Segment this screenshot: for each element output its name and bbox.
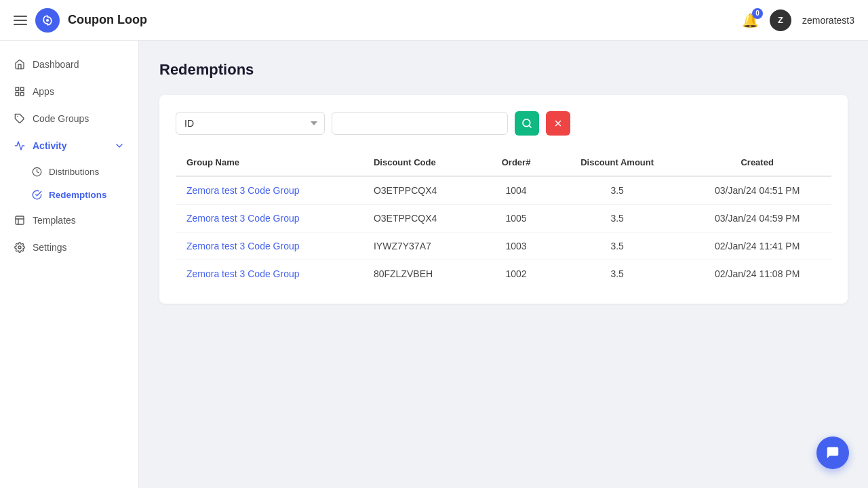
layout: Dashboard Apps Code Groups <box>0 41 868 488</box>
header-right: 🔔 0 Z zemoratest3 <box>742 9 854 31</box>
col-discount-code: Discount Code <box>363 149 481 176</box>
home-icon <box>14 58 26 70</box>
sidebar-item-apps[interactable]: Apps <box>0 79 138 104</box>
svg-rect-7 <box>16 216 24 224</box>
redemptions-card: ID Group Name Discount Code Order# <box>159 95 848 304</box>
tag-icon <box>14 113 26 125</box>
cell-group-name[interactable]: Zemora test 3 Code Group <box>176 176 363 205</box>
cell-created: 03/Jan/24 04:59 PM <box>683 205 831 232</box>
col-order-num: Order# <box>481 149 551 176</box>
header-left: Coupon Loop <box>14 8 742 33</box>
clear-button[interactable] <box>546 111 570 136</box>
table-row: Zemora test 3 Code Group O3ETPPCQX4 1004… <box>176 176 831 205</box>
search-icon <box>521 118 532 129</box>
activity-subnav: Distributions Redemptions <box>0 160 138 206</box>
page-title: Redemptions <box>159 61 848 79</box>
chevron-down-icon <box>114 140 125 151</box>
svg-line-12 <box>529 125 531 127</box>
cell-order-num: 1003 <box>481 232 551 260</box>
app-logo <box>35 8 60 33</box>
search-input[interactable] <box>332 112 508 135</box>
cell-discount-code: 80FZLZVBEH <box>363 260 481 288</box>
app-header: Coupon Loop 🔔 0 Z zemoratest3 <box>0 0 868 41</box>
col-group-name: Group Name <box>176 149 363 176</box>
table-header-row: Group Name Discount Code Order# Discount… <box>176 149 831 176</box>
redemptions-table: Group Name Discount Code Order# Discount… <box>176 149 831 287</box>
table-row: Zemora test 3 Code Group IYWZ7Y37A7 1003… <box>176 232 831 260</box>
cell-discount-code: O3ETPPCQX4 <box>363 176 481 205</box>
sidebar-label-code-groups: Code Groups <box>33 113 89 124</box>
sidebar-item-code-groups[interactable]: Code Groups <box>0 106 138 131</box>
sidebar-label-distributions: Distributions <box>49 167 99 177</box>
check-circle-icon <box>31 189 42 200</box>
sidebar-item-dashboard[interactable]: Dashboard <box>0 52 138 77</box>
table-row: Zemora test 3 Code Group O3ETPPCQX4 1005… <box>176 205 831 232</box>
cell-order-num: 1005 <box>481 205 551 232</box>
main-content: Redemptions ID Group Name Discount Code … <box>139 41 868 488</box>
filter-bar: ID Group Name Discount Code Order# <box>176 111 831 136</box>
cell-discount-amount: 3.5 <box>551 176 683 205</box>
sidebar-item-settings[interactable]: Settings <box>0 235 138 260</box>
sidebar-item-distributions[interactable]: Distributions <box>0 160 138 183</box>
cell-order-num: 1002 <box>481 260 551 288</box>
svg-rect-1 <box>16 87 19 91</box>
cell-created: 03/Jan/24 04:51 PM <box>683 176 831 205</box>
chat-icon <box>825 445 840 460</box>
cell-discount-code: O3ETPPCQX4 <box>363 205 481 232</box>
table-row: Zemora test 3 Code Group 80FZLZVBEH 1002… <box>176 260 831 288</box>
username: zemoratest3 <box>802 15 854 26</box>
sidebar-label-settings: Settings <box>33 242 67 253</box>
chat-button[interactable] <box>816 436 849 469</box>
table-body: Zemora test 3 Code Group O3ETPPCQX4 1004… <box>176 176 831 287</box>
svg-rect-4 <box>20 92 24 96</box>
col-created: Created <box>683 149 831 176</box>
cell-discount-amount: 3.5 <box>551 260 683 288</box>
menu-toggle[interactable] <box>14 16 27 25</box>
filter-select[interactable]: ID Group Name Discount Code Order# <box>176 112 325 135</box>
cell-group-name[interactable]: Zemora test 3 Code Group <box>176 260 363 288</box>
sidebar-item-templates[interactable]: Templates <box>0 207 138 233</box>
col-discount-amount: Discount Amount <box>551 149 683 176</box>
sidebar-label-dashboard: Dashboard <box>33 59 79 70</box>
close-icon <box>553 119 563 128</box>
sidebar-item-redemptions[interactable]: Redemptions <box>0 183 138 206</box>
cell-created: 02/Jan/24 11:41 PM <box>683 232 831 260</box>
grid-icon <box>14 85 26 98</box>
svg-rect-2 <box>20 87 24 91</box>
search-button[interactable] <box>515 111 539 136</box>
activity-icon <box>14 140 26 152</box>
sidebar-label-redemptions: Redemptions <box>49 190 107 200</box>
settings-icon <box>14 241 26 253</box>
cell-discount-amount: 3.5 <box>551 232 683 260</box>
cell-group-name[interactable]: Zemora test 3 Code Group <box>176 205 363 232</box>
send-icon <box>31 166 42 177</box>
avatar: Z <box>770 9 791 31</box>
layout-icon <box>14 214 26 226</box>
svg-point-0 <box>46 18 49 21</box>
sidebar-label-activity: Activity <box>33 140 67 151</box>
cell-discount-amount: 3.5 <box>551 205 683 232</box>
sidebar-label-apps: Apps <box>33 86 54 97</box>
svg-point-10 <box>18 246 21 249</box>
notification-bell[interactable]: 🔔 0 <box>742 12 759 28</box>
notification-badge: 0 <box>752 8 763 19</box>
svg-rect-3 <box>16 92 19 96</box>
sidebar-label-templates: Templates <box>33 215 76 226</box>
sidebar: Dashboard Apps Code Groups <box>0 41 139 488</box>
cell-created: 02/Jan/24 11:08 PM <box>683 260 831 288</box>
sidebar-item-activity[interactable]: Activity <box>0 133 138 159</box>
cell-order-num: 1004 <box>481 176 551 205</box>
cell-discount-code: IYWZ7Y37A7 <box>363 232 481 260</box>
cell-group-name[interactable]: Zemora test 3 Code Group <box>176 232 363 260</box>
app-title: Coupon Loop <box>68 13 147 27</box>
